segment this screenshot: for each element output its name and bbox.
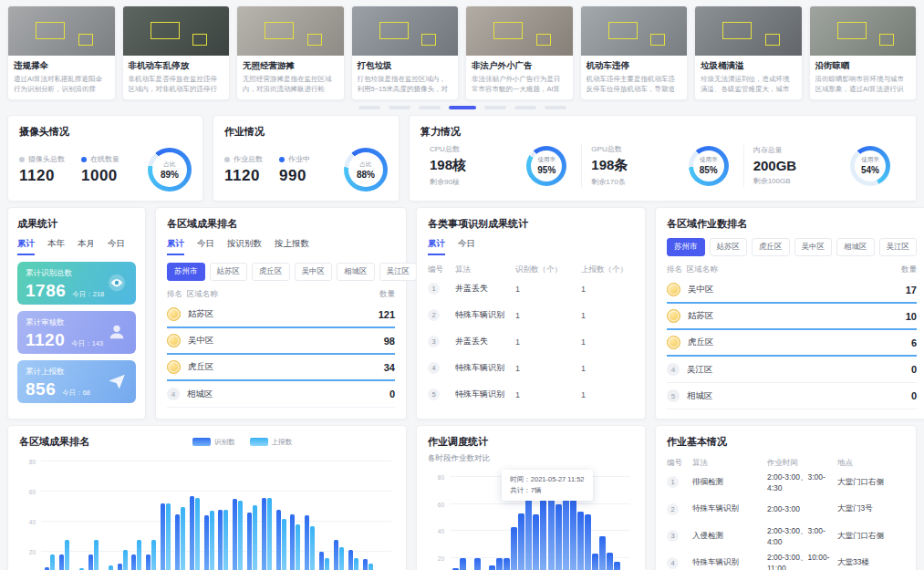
chart-bar[interactable] [496, 558, 503, 570]
region-pill[interactable]: 相城区 [337, 263, 375, 281]
chart-bar[interactable] [354, 558, 358, 570]
chart-bar[interactable] [137, 540, 141, 570]
camera-event-card[interactable]: 无照经营游摊无照经营游摊是指在监控区域内，对沿街流动摊贩进行检测，当发现摊贩… [236, 5, 345, 100]
chart-bar[interactable] [363, 559, 368, 570]
chart-bar[interactable] [607, 553, 613, 570]
chart-bar[interactable] [599, 536, 606, 570]
chart-bar[interactable] [339, 547, 344, 570]
chart-bar[interactable] [195, 498, 200, 570]
chart-bar[interactable] [614, 562, 620, 570]
chart-bar[interactable] [533, 514, 539, 570]
region-rank-tab[interactable]: 累计 [167, 238, 184, 255]
chart-bar[interactable] [296, 524, 300, 570]
job-region-pill[interactable]: 吴江区 [879, 238, 918, 256]
chart-bar[interactable] [65, 540, 69, 570]
chart-bar[interactable] [166, 503, 171, 570]
chart-bar[interactable] [305, 515, 309, 570]
camera-event-card[interactable]: 机动车违停机动车违停主要是指机动车违反停车位停放机动车，导致道路拥堵等现象… [580, 5, 689, 100]
region-pill[interactable]: 苏州市 [167, 263, 205, 281]
chart-bar[interactable] [262, 498, 266, 570]
chart-bar[interactable] [218, 510, 223, 570]
results-tab[interactable]: 累计 [17, 238, 35, 255]
chart-bar[interactable] [585, 514, 591, 570]
chart-bar[interactable] [511, 527, 517, 570]
results-summary-tile[interactable]: 累计上报数856今日：68 [17, 360, 136, 403]
legend-reported[interactable]: 上报数 [250, 438, 293, 447]
chart-bar[interactable] [348, 550, 353, 570]
chart-bar[interactable] [518, 513, 524, 570]
chart-bar[interactable] [88, 554, 93, 570]
event-stats-tab[interactable]: 累计 [428, 238, 445, 255]
chart-bar[interactable] [276, 510, 281, 570]
chart-bar[interactable] [267, 498, 272, 570]
job-region-pill[interactable]: 虎丘区 [752, 238, 790, 256]
chart-bar[interactable] [282, 519, 286, 570]
chart-bar[interactable] [146, 554, 151, 570]
chart-bar[interactable] [233, 499, 237, 570]
chart-bar[interactable] [45, 567, 49, 570]
chart-bar[interactable] [131, 554, 136, 570]
chart-bar[interactable] [161, 503, 165, 570]
chart-bar[interactable] [474, 558, 481, 570]
chart-bar[interactable] [577, 512, 584, 570]
chart-bar[interactable] [460, 558, 466, 570]
region-pill[interactable]: 虎丘区 [252, 263, 290, 281]
results-tab[interactable]: 本月 [78, 238, 95, 255]
region-pill[interactable]: 吴中区 [295, 263, 333, 281]
chart-bar[interactable] [247, 513, 252, 570]
chart-bar[interactable] [109, 565, 113, 570]
chart-bar[interactable] [175, 514, 180, 570]
legend-recognized[interactable]: 识别数 [192, 438, 235, 447]
results-tab[interactable]: 今日 [108, 238, 125, 255]
pagination-dot[interactable] [484, 106, 506, 109]
chart-bar[interactable] [223, 510, 228, 570]
chart-bar[interactable] [334, 540, 338, 570]
pagination-dot[interactable] [514, 106, 536, 109]
chart-bar[interactable] [50, 554, 55, 570]
chart-bar[interactable] [540, 500, 546, 570]
chart-bar[interactable] [253, 505, 257, 570]
results-summary-tile[interactable]: 累计识别总数1786今日：218 [17, 262, 136, 305]
pagination-dot[interactable] [449, 106, 476, 109]
chart-bar[interactable] [238, 501, 243, 570]
chart-bar[interactable] [204, 515, 209, 570]
chart-bar[interactable] [504, 558, 510, 570]
camera-event-card[interactable]: 沿街晾晒沿街晾晒影响市容环境与城市区域形象，通过AI算法进行识别检测，当发现有晾… [809, 5, 918, 100]
chart-bar[interactable] [151, 540, 156, 570]
camera-event-card[interactable]: 垃圾桶满溢垃圾无法清运到位，造成环境满溢、各级监管难度大，城市垃圾管理的模式亟待… [694, 5, 803, 100]
chart-bar[interactable] [325, 558, 329, 570]
chart-bar[interactable] [319, 552, 324, 570]
chart-bar[interactable] [592, 554, 598, 570]
chart-bar[interactable] [123, 550, 128, 570]
region-rank-tab[interactable]: 按上报数 [275, 238, 309, 255]
chart-bar[interactable] [190, 496, 194, 570]
region-pill[interactable]: 吴江区 [379, 263, 418, 281]
chart-bar[interactable] [181, 507, 185, 570]
chart-bar[interactable] [118, 564, 122, 570]
region-rank-tab[interactable]: 按识别数 [227, 238, 262, 255]
chart-bar[interactable] [489, 565, 495, 570]
job-region-pill[interactable]: 相城区 [836, 238, 875, 256]
chart-bar[interactable] [369, 564, 373, 570]
camera-event-card[interactable]: 非机动车乱停放非机动车是否停放在监控违停区域内，对非机动车的违停行为进行抓拍 [122, 5, 231, 100]
pagination-dot[interactable] [545, 106, 566, 109]
chart-bar[interactable] [310, 526, 315, 570]
pagination-dot[interactable] [389, 106, 410, 109]
chart-bar[interactable] [290, 514, 295, 570]
chart-bar[interactable] [570, 500, 576, 570]
chart-bar[interactable] [210, 511, 214, 570]
chart-bar[interactable] [59, 554, 64, 570]
camera-event-card[interactable]: 打包垃圾打包垃圾是指在监控区域内，利用5~15米高度的摄像头，对设定区域内的… [351, 5, 460, 100]
region-rank-tab[interactable]: 今日 [197, 238, 214, 255]
region-pill[interactable]: 姑苏区 [210, 263, 248, 281]
job-region-pill[interactable]: 姑苏区 [710, 238, 748, 256]
camera-event-card[interactable]: 违规撑伞通过AI算法对私搭乱撑遮阳伞行为识别分析，识别沿街撑伞，识别违规… [7, 5, 116, 100]
pagination-dot[interactable] [419, 106, 441, 109]
job-region-pill[interactable]: 苏州市 [667, 238, 705, 256]
job-region-pill[interactable]: 吴中区 [794, 238, 833, 256]
results-tab[interactable]: 本年 [47, 238, 65, 255]
event-stats-tab[interactable]: 今日 [458, 238, 475, 255]
chart-bar[interactable] [555, 504, 562, 570]
chart-bar[interactable] [94, 540, 99, 570]
pagination-dot[interactable] [358, 106, 380, 109]
